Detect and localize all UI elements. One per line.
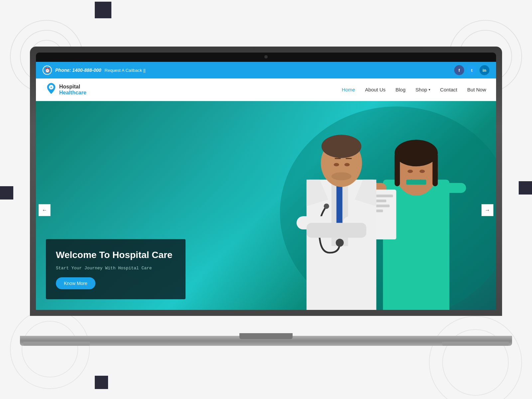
nav-contact[interactable]: Contact	[440, 87, 458, 93]
facebook-icon[interactable]: f	[454, 65, 464, 75]
nav-about-link[interactable]: About Us	[365, 87, 386, 92]
nav-butnow-link[interactable]: But Now	[467, 87, 486, 92]
bg-decoration-square-3	[0, 186, 13, 200]
navbar: + Hospital Healthcare Home About Us Blog	[36, 78, 496, 101]
chevron-down-icon: ▾	[429, 88, 430, 91]
laptop-screen-body: ⏰ Phone: 1400-888-000 Request A Callback…	[30, 47, 502, 316]
svg-rect-36	[307, 223, 366, 238]
svg-rect-12	[440, 183, 466, 193]
hero-text-overlay: Welcome To Hospital Care Start Your Jour…	[46, 239, 186, 299]
social-icons-container: f t in	[454, 65, 489, 75]
logo-line2: Healthcare	[59, 90, 86, 96]
top-bar: ⏰ Phone: 1400-888-000 Request A Callback…	[36, 62, 496, 78]
screen-content: ⏰ Phone: 1400-888-000 Request A Callback…	[36, 62, 496, 310]
linkedin-icon[interactable]: in	[479, 65, 489, 75]
phone-number: 1400-888-000	[72, 67, 101, 73]
nav-contact-link[interactable]: Contact	[440, 87, 458, 92]
arrow-left-icon: ←	[42, 207, 47, 213]
svg-point-32	[324, 203, 329, 209]
logo-text: Hospital Healthcare	[59, 84, 86, 96]
laptop-foot-left	[23, 342, 90, 346]
hero-section: ← Welcome To Hospital Care Start Your Jo…	[36, 101, 496, 310]
logo-icon: +	[46, 82, 57, 97]
nav-shop-link[interactable]: Shop ▾	[416, 87, 430, 92]
nav-links: Home About Us Blog Shop ▾ Contact But No…	[342, 87, 486, 93]
bg-decoration-square-4	[519, 181, 532, 195]
svg-point-26	[344, 163, 350, 166]
svg-point-24	[322, 135, 361, 158]
bg-decoration-square-1	[95, 2, 111, 18]
callback-text[interactable]: Request A Callback ||	[105, 68, 146, 73]
doctors-illustration	[197, 101, 496, 310]
svg-point-29	[332, 172, 351, 180]
svg-point-5	[395, 140, 438, 166]
logo[interactable]: + Hospital Healthcare	[46, 82, 86, 97]
nav-about[interactable]: About Us	[365, 87, 386, 93]
hero-subtitle: Start Your Journey With Hospital Care	[56, 266, 176, 271]
arrow-right-icon: →	[485, 207, 490, 213]
svg-point-9	[420, 170, 425, 173]
svg-rect-10	[406, 180, 426, 185]
nav-blog-link[interactable]: Blog	[396, 87, 406, 92]
svg-rect-27	[335, 158, 341, 159]
nav-butnow[interactable]: But Now	[467, 87, 486, 93]
nav-home[interactable]: Home	[342, 87, 355, 93]
know-more-button[interactable]: Know More	[56, 277, 95, 289]
svg-point-25	[334, 163, 339, 166]
svg-rect-6	[395, 153, 400, 186]
laptop-bezel: ⏰ Phone: 1400-888-000 Request A Callback…	[36, 53, 496, 310]
top-bar-left: ⏰ Phone: 1400-888-000 Request A Callback…	[43, 66, 146, 75]
phone-icon: ⏰	[43, 66, 52, 75]
twitter-icon[interactable]: t	[467, 65, 477, 75]
logo-line1: Hospital	[59, 84, 86, 90]
svg-text:+: +	[50, 85, 52, 89]
laptop-device: ⏰ Phone: 1400-888-000 Request A Callback…	[30, 47, 502, 346]
laptop-hinge	[239, 333, 293, 339]
slider-next-button[interactable]: →	[481, 204, 493, 216]
laptop-camera	[264, 55, 268, 59]
svg-point-8	[408, 170, 413, 173]
slider-prev-button[interactable]: ←	[39, 204, 51, 216]
hero-title: Welcome To Hospital Care	[56, 249, 176, 261]
svg-rect-7	[433, 153, 438, 186]
svg-rect-28	[346, 158, 352, 159]
nav-blog[interactable]: Blog	[396, 87, 406, 93]
nav-home-link[interactable]: Home	[342, 87, 355, 92]
phone-label: Phone: 1400-888-000	[55, 67, 101, 73]
svg-point-33	[336, 239, 344, 247]
nav-shop[interactable]: Shop ▾	[416, 87, 430, 92]
laptop-foot-right	[442, 342, 509, 346]
laptop-base	[20, 336, 512, 346]
bg-decoration-square-2	[95, 376, 108, 389]
